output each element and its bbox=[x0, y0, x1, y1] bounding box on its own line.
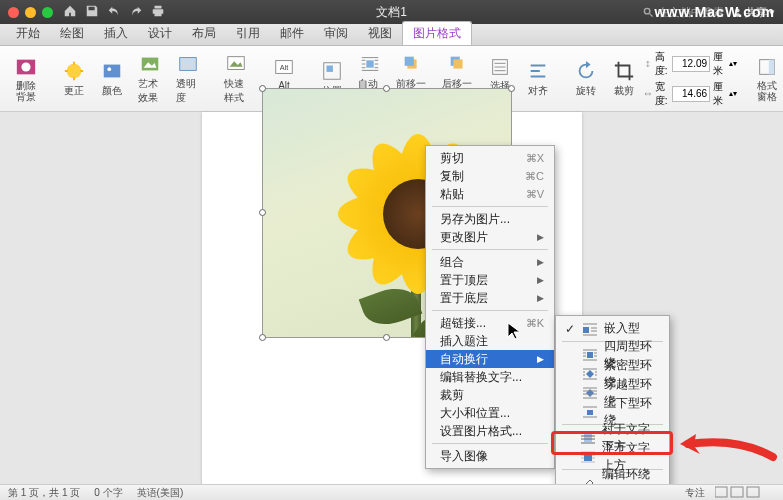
tight-icon bbox=[582, 367, 598, 381]
svg-point-4 bbox=[67, 63, 82, 78]
svg-rect-25 bbox=[587, 410, 593, 415]
rotate-button[interactable]: 旋转 bbox=[568, 58, 604, 100]
menu-format-picture[interactable]: 设置图片格式... bbox=[426, 422, 554, 440]
format-pane-button[interactable]: 格式 窗格 bbox=[749, 54, 783, 104]
menu-copy[interactable]: 复制⌘C bbox=[426, 167, 554, 185]
menu-bring-front[interactable]: 置于顶层▶ bbox=[426, 271, 554, 289]
svg-point-3 bbox=[21, 62, 30, 71]
menu-save-as-picture[interactable]: 另存为图片... bbox=[426, 210, 554, 228]
tab-design[interactable]: 设计 bbox=[138, 22, 182, 45]
close-window[interactable] bbox=[8, 7, 19, 18]
menu-change-picture[interactable]: 更改图片▶ bbox=[426, 228, 554, 246]
width-label: 宽度: bbox=[655, 80, 669, 108]
document-title: 文档1 bbox=[376, 4, 407, 21]
svg-rect-29 bbox=[731, 487, 743, 497]
height-input[interactable] bbox=[672, 56, 710, 72]
remove-background-button[interactable]: 删除 背景 bbox=[8, 54, 44, 104]
svg-rect-24 bbox=[587, 352, 593, 358]
transparency-button[interactable]: 透明度 bbox=[170, 51, 206, 107]
menu-import-image[interactable]: 导入图像 bbox=[426, 447, 554, 465]
behind-icon bbox=[580, 431, 596, 445]
menu-crop[interactable]: 裁剪 bbox=[426, 386, 554, 404]
quick-access-toolbar bbox=[63, 4, 165, 21]
status-focus[interactable]: 专注 bbox=[685, 486, 705, 500]
inline-icon bbox=[582, 322, 598, 336]
menu-insert-caption[interactable]: 插入题注 bbox=[426, 332, 554, 350]
minimize-window[interactable] bbox=[25, 7, 36, 18]
svg-point-6 bbox=[107, 67, 111, 71]
status-bar: 第 1 页，共 1 页 0 个字 英语(美国) 专注 bbox=[0, 484, 783, 500]
menu-edit-alt-text[interactable]: 编辑替换文字... bbox=[426, 368, 554, 386]
svg-rect-28 bbox=[715, 487, 727, 497]
tab-mailings[interactable]: 邮件 bbox=[270, 22, 314, 45]
svg-rect-15 bbox=[366, 60, 373, 67]
view-buttons[interactable] bbox=[715, 486, 775, 500]
print-icon[interactable] bbox=[151, 4, 165, 21]
wrap-in-front-of-text[interactable]: 浮于文字上方 bbox=[556, 447, 669, 466]
tab-layout[interactable]: 布局 bbox=[182, 22, 226, 45]
menu-wrap-text[interactable]: 自动换行▶ bbox=[426, 350, 554, 368]
home-icon[interactable] bbox=[63, 4, 77, 21]
svg-rect-17 bbox=[405, 56, 414, 65]
menu-size-position[interactable]: 大小和位置... bbox=[426, 404, 554, 422]
tab-draw[interactable]: 绘图 bbox=[50, 22, 94, 45]
tab-view[interactable]: 视图 bbox=[358, 22, 402, 45]
menu-cut[interactable]: 剪切⌘X bbox=[426, 149, 554, 167]
quick-styles-button[interactable]: 快速样式 bbox=[218, 51, 254, 107]
svg-rect-5 bbox=[104, 64, 121, 77]
status-word-count[interactable]: 0 个字 bbox=[94, 486, 122, 500]
menu-send-back[interactable]: 置于底层▶ bbox=[426, 289, 554, 307]
tab-review[interactable]: 审阅 bbox=[314, 22, 358, 45]
through-icon bbox=[582, 386, 598, 400]
ribbon-tabs: 开始 绘图 插入 设计 布局 引用 邮件 审阅 视图 图片格式 bbox=[0, 24, 783, 46]
svg-rect-27 bbox=[584, 453, 592, 461]
front-icon bbox=[580, 450, 596, 464]
tab-references[interactable]: 引用 bbox=[226, 22, 270, 45]
watermark: www.MacW.com bbox=[655, 4, 775, 20]
svg-rect-8 bbox=[180, 57, 197, 70]
svg-rect-30 bbox=[747, 487, 759, 497]
wrap-top-bottom[interactable]: 上下型环绕 bbox=[556, 402, 669, 421]
context-menu: 剪切⌘X 复制⌘C 粘贴⌘V 另存为图片... 更改图片▶ 组合▶ 置于顶层▶ … bbox=[425, 145, 555, 469]
corrections-button[interactable]: 更正 bbox=[56, 58, 92, 100]
crop-button[interactable]: 裁剪 bbox=[606, 58, 642, 100]
maximize-window[interactable] bbox=[42, 7, 53, 18]
size-controls: 高度:厘米▴▾ 宽度:厘米▴▾ bbox=[644, 50, 737, 108]
topbottom-icon bbox=[582, 405, 598, 419]
tab-home[interactable]: 开始 bbox=[6, 22, 50, 45]
height-label: 高度: bbox=[655, 50, 669, 78]
menu-group[interactable]: 组合▶ bbox=[426, 253, 554, 271]
artistic-effects-button[interactable]: 艺术效果 bbox=[132, 51, 168, 107]
svg-rect-22 bbox=[769, 59, 775, 74]
menu-paste[interactable]: 粘贴⌘V bbox=[426, 185, 554, 203]
align-button[interactable]: 对齐 bbox=[520, 58, 556, 100]
undo-icon[interactable] bbox=[107, 4, 121, 21]
svg-rect-23 bbox=[583, 327, 589, 333]
wrap-inline[interactable]: ✓嵌入型 bbox=[556, 319, 669, 338]
color-button[interactable]: 颜色 bbox=[94, 58, 130, 100]
svg-text:Alt: Alt bbox=[280, 62, 289, 71]
status-page[interactable]: 第 1 页，共 1 页 bbox=[8, 486, 80, 500]
width-input[interactable] bbox=[672, 86, 710, 102]
menu-hyperlink[interactable]: 超链接...⌘K bbox=[426, 314, 554, 332]
svg-rect-14 bbox=[327, 65, 333, 71]
wrap-submenu: ✓嵌入型 四周型环绕 紧密型环绕 穿越型环绕 上下型环绕 衬于文字下方 浮于文字… bbox=[555, 315, 670, 500]
square-icon bbox=[582, 348, 598, 362]
annotation-arrow bbox=[678, 432, 778, 472]
tab-insert[interactable]: 插入 bbox=[94, 22, 138, 45]
titlebar: 文档1 在文档中搜索 www.MacW.com 共享▾ bbox=[0, 0, 783, 24]
tab-picture-format[interactable]: 图片格式 bbox=[402, 21, 472, 45]
svg-rect-19 bbox=[453, 59, 462, 68]
svg-point-0 bbox=[644, 8, 650, 14]
svg-rect-26 bbox=[584, 434, 592, 442]
window-controls bbox=[8, 7, 53, 18]
status-language[interactable]: 英语(美国) bbox=[137, 486, 184, 500]
redo-icon[interactable] bbox=[129, 4, 143, 21]
save-icon[interactable] bbox=[85, 4, 99, 21]
